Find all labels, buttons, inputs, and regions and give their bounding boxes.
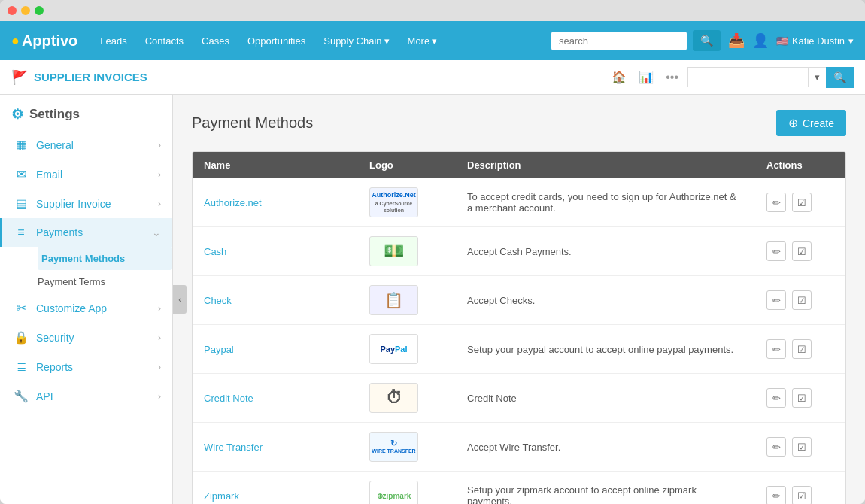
cell-desc-5: Accept Wire Transfer. xyxy=(456,433,755,462)
col-logo: Logo xyxy=(358,152,456,178)
sub-header: 🚩 SUPPLIER INVOICES 🏠 📊 ••• ▾ 🔍 xyxy=(0,60,865,95)
sub-search-area: ▾ 🔍 xyxy=(687,67,854,88)
cell-name-6[interactable]: Zipmark xyxy=(193,481,358,505)
create-button[interactable]: ⊕ Create xyxy=(776,110,846,136)
cell-actions-5: ✏ ☑ xyxy=(755,428,845,466)
edit-btn-4[interactable]: ✏ xyxy=(766,388,786,408)
edit-btn-1[interactable]: ✏ xyxy=(766,241,786,261)
cell-name-5[interactable]: Wire Transfer xyxy=(193,433,358,462)
mail-icon[interactable]: 📥 xyxy=(728,32,745,49)
user-icon[interactable]: 👤 xyxy=(752,32,769,49)
sub-search-go[interactable]: 🔍 xyxy=(826,67,854,88)
sidebar: ⚙ Settings ▦ General › ✉ Email › ▤ Suppl… xyxy=(0,95,173,504)
top-nav: ● Apptivo Leads Contacts Cases Opportuni… xyxy=(0,21,865,60)
sidebar-item-security[interactable]: 🔒 Security › xyxy=(0,323,172,352)
settings-header: ⚙ Settings xyxy=(0,95,172,130)
api-icon: 🔧 xyxy=(14,389,29,403)
cell-desc-0: To accept credit cards, you need to sign… xyxy=(456,182,755,223)
cell-name-1[interactable]: Cash xyxy=(193,237,358,266)
cell-name-0[interactable]: Authorize.net xyxy=(193,188,358,217)
search-button[interactable]: 🔍 xyxy=(693,30,721,51)
search-input[interactable] xyxy=(551,32,687,50)
logo-cash: 💵 xyxy=(369,236,418,266)
cell-actions-2: ✏ ☑ xyxy=(755,281,845,319)
minimize-btn[interactable] xyxy=(21,6,30,15)
search-area: 🔍 xyxy=(551,30,721,51)
close-btn[interactable] xyxy=(8,6,17,15)
cell-logo-0: Authorize.Net a CyberSource solution xyxy=(358,178,441,226)
cell-actions-3: ✏ ☑ xyxy=(755,330,845,368)
sidebar-item-supplier-invoice[interactable]: ▤ Supplier Invoice › xyxy=(0,189,172,218)
edit-btn-2[interactable]: ✏ xyxy=(766,290,786,310)
delete-btn-6[interactable]: ☑ xyxy=(792,486,812,504)
table-header: Name Logo Description Actions xyxy=(193,152,845,178)
home-icon[interactable]: 🏠 xyxy=(609,67,630,87)
cell-desc-6: Setup your zipmark account to accept onl… xyxy=(456,475,755,504)
page-title: Payment Methods xyxy=(192,114,313,132)
nav-contacts[interactable]: Contacts xyxy=(138,31,191,51)
delete-btn-1[interactable]: ☑ xyxy=(792,241,812,261)
edit-btn-3[interactable]: ✏ xyxy=(766,339,786,359)
cell-desc-1: Accept Cash Payments. xyxy=(456,237,755,266)
nav-more[interactable]: More ▾ xyxy=(400,31,445,51)
edit-btn-6[interactable]: ✏ xyxy=(766,486,786,504)
security-icon: 🔒 xyxy=(14,330,29,345)
table-row: Zipmark ⊕zipmark Setup your zipmark acco… xyxy=(193,472,845,504)
nav-supply-chain[interactable]: Supply Chain ▾ xyxy=(316,31,396,51)
reports-arrow: › xyxy=(158,362,161,372)
cell-name-4[interactable]: Credit Note xyxy=(193,384,358,413)
table-row: Wire Transfer ↻ WIRE TRANSFER Accept Wir… xyxy=(193,423,845,472)
general-icon: ▦ xyxy=(14,138,29,152)
sidebar-collapse-btn[interactable]: ‹ xyxy=(173,285,187,314)
sidebar-item-customize-app[interactable]: ✂ Customize App › xyxy=(0,293,172,323)
edit-btn-0[interactable]: ✏ xyxy=(766,193,786,212)
sub-search-input[interactable] xyxy=(687,67,808,87)
sub-header-title: 🚩 SUPPLIER INVOICES xyxy=(11,69,147,86)
delete-btn-3[interactable]: ☑ xyxy=(792,339,812,359)
cell-logo-5: ↻ WIRE TRANSFER xyxy=(358,423,441,471)
cell-actions-1: ✏ ☑ xyxy=(755,232,845,270)
nav-opportunities[interactable]: Opportunities xyxy=(240,31,313,51)
chart-icon[interactable]: 📊 xyxy=(636,67,657,87)
sidebar-item-reports[interactable]: ≣ Reports › xyxy=(0,352,172,381)
table-row: Check 📋 Accept Checks. ✏ ☑ xyxy=(193,276,845,325)
delete-btn-4[interactable]: ☑ xyxy=(792,388,812,408)
user-menu[interactable]: 🇺🇸 Katie Dustin ▾ xyxy=(776,35,854,47)
cell-actions-0: ✏ ☑ xyxy=(755,184,845,221)
sidebar-item-email[interactable]: ✉ Email › xyxy=(0,159,172,189)
sub-search-dropdown[interactable]: ▾ xyxy=(808,67,826,87)
delete-btn-0[interactable]: ☑ xyxy=(792,193,812,212)
payments-submenu: Payment Methods Payment Terms xyxy=(0,247,172,293)
edit-btn-5[interactable]: ✏ xyxy=(766,437,786,457)
cell-desc-4: Credit Note xyxy=(456,384,755,413)
create-icon: ⊕ xyxy=(788,116,798,130)
payments-collapse: ⌄ xyxy=(152,226,161,238)
maximize-btn[interactable] xyxy=(35,6,44,15)
nav-icons: 📥 👤 🇺🇸 Katie Dustin ▾ xyxy=(728,32,854,49)
sidebar-item-general[interactable]: ▦ General › xyxy=(0,130,172,159)
page-header: Payment Methods ⊕ Create xyxy=(192,110,846,136)
table-row: Credit Note ⏱ Credit Note ✏ ☑ xyxy=(193,374,845,423)
sidebar-item-payments[interactable]: ≡ Payments ⌄ xyxy=(0,218,172,247)
sub-header-actions: 🏠 📊 ••• ▾ 🔍 xyxy=(609,67,854,88)
logo-icon: ● xyxy=(11,33,20,49)
cell-logo-4: ⏱ xyxy=(358,374,441,422)
nav-cases[interactable]: Cases xyxy=(194,31,237,51)
sidebar-item-payment-terms[interactable]: Payment Terms xyxy=(38,270,172,293)
cell-name-2[interactable]: Check xyxy=(193,286,358,315)
more-icon[interactable]: ••• xyxy=(663,68,681,87)
cell-desc-3: Setup your paypal account to accept onli… xyxy=(456,335,755,364)
sidebar-item-api[interactable]: 🔧 API › xyxy=(0,381,172,411)
app-window: ● Apptivo Leads Contacts Cases Opportuni… xyxy=(0,0,865,504)
nav-leads[interactable]: Leads xyxy=(93,31,134,51)
delete-btn-2[interactable]: ☑ xyxy=(792,290,812,310)
cell-logo-6: ⊕zipmark xyxy=(358,472,441,504)
api-arrow: › xyxy=(158,391,161,402)
supplier-invoice-icon: ▤ xyxy=(14,196,29,211)
col-name: Name xyxy=(193,152,358,178)
main-area: ⚙ Settings ▦ General › ✉ Email › ▤ Suppl… xyxy=(0,95,865,504)
cell-logo-3: PayPal xyxy=(358,325,441,373)
cell-name-3[interactable]: Paypal xyxy=(193,335,358,364)
delete-btn-5[interactable]: ☑ xyxy=(792,437,812,457)
sidebar-item-payment-methods[interactable]: Payment Methods xyxy=(38,247,172,270)
